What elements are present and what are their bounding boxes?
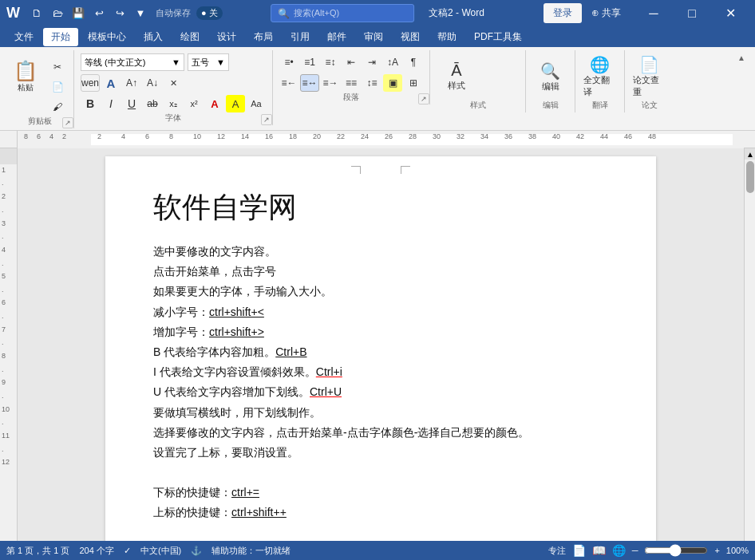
copy-button[interactable]: 📄 bbox=[48, 78, 67, 96]
align-right-button[interactable]: ≡→ bbox=[321, 74, 340, 92]
shortcut-increase: ctrl+shift+> bbox=[209, 325, 264, 338]
open-icon[interactable]: 🗁 bbox=[49, 5, 66, 22]
menu-layout[interactable]: 布局 bbox=[246, 28, 281, 46]
edit-button[interactable]: 🔍 编辑 bbox=[532, 53, 568, 100]
format-paint-button[interactable]: 🖌 bbox=[48, 98, 67, 116]
align-center-button[interactable]: ≡↔ bbox=[300, 74, 319, 92]
font-row1: 等线 (中文正文) ▼ 五号 ▼ bbox=[81, 53, 266, 71]
shortcut-subscript: ctrl+= bbox=[231, 486, 259, 499]
multilevel-list-button[interactable]: ≡↕ bbox=[321, 53, 340, 71]
styles-button[interactable]: Ā 样式 bbox=[437, 53, 476, 100]
decrease-font-button[interactable]: A↓ bbox=[143, 74, 162, 92]
paste-button[interactable]: 📋 粘贴 bbox=[6, 53, 45, 100]
redo-icon[interactable]: ↪ bbox=[111, 5, 128, 22]
scroll-thumb[interactable] bbox=[746, 161, 754, 193]
view-web-icon[interactable]: 🌐 bbox=[612, 544, 626, 557]
italic-button[interactable]: I bbox=[101, 95, 121, 112]
scroll-up-button[interactable]: ▲ bbox=[745, 148, 755, 160]
decrease-indent-button[interactable]: ⇤ bbox=[342, 53, 361, 71]
highlight-color-button[interactable]: A bbox=[226, 95, 245, 112]
document-scroll-area[interactable]: 软件自学网 选中要修改的文字内容。 点击开始菜单，点击字号 如果要更大的字体，手… bbox=[18, 148, 744, 553]
document-body[interactable]: 选中要修改的文字内容。 点击开始菜单，点击字号 如果要更大的字体，手动输入大小。… bbox=[153, 242, 608, 553]
ruler-mark-36: 36 bbox=[504, 132, 512, 140]
paper-button[interactable]: 📄 论文查重 bbox=[631, 53, 667, 100]
line-12: 下标的快捷键：ctrl+= bbox=[153, 483, 608, 503]
font-color-button[interactable]: A bbox=[205, 95, 224, 112]
menu-references[interactable]: 引用 bbox=[283, 28, 318, 46]
focus-button[interactable]: 专注 bbox=[548, 545, 566, 557]
undo-icon[interactable]: ↩ bbox=[90, 5, 108, 22]
increase-font-button[interactable]: A↑ bbox=[122, 74, 141, 92]
scroll-track[interactable] bbox=[745, 160, 755, 542]
underline-button[interactable]: U bbox=[122, 95, 141, 112]
zoom-level: 100% bbox=[726, 546, 749, 555]
clipboard-expand-icon[interactable]: ↗ bbox=[62, 117, 73, 128]
zoom-slider[interactable] bbox=[644, 544, 708, 557]
vruler-23: 12 bbox=[2, 458, 10, 466]
pilcrow-button[interactable]: ¶ bbox=[404, 53, 423, 71]
font-bigA-button[interactable]: A bbox=[101, 74, 121, 92]
bold-button[interactable]: B bbox=[81, 95, 100, 112]
clear-format-button[interactable]: ✕ bbox=[164, 74, 183, 92]
numbered-list-button[interactable]: ≡1 bbox=[300, 53, 319, 71]
font-size-selector[interactable]: 五号 ▼ bbox=[188, 53, 229, 71]
minimize-button[interactable]: ─ bbox=[635, 0, 672, 26]
menu-insert[interactable]: 插入 bbox=[136, 28, 171, 46]
ribbon-collapse-button[interactable]: ▲ bbox=[734, 53, 749, 62]
subscript-button[interactable]: x₂ bbox=[164, 95, 183, 112]
zoom-out-button[interactable]: ─ bbox=[632, 546, 638, 555]
ribbon-collapse-area: ▲ bbox=[734, 50, 749, 62]
menu-review[interactable]: 审阅 bbox=[356, 28, 391, 46]
view-print-icon[interactable]: 📄 bbox=[572, 544, 586, 557]
justify-button[interactable]: ≡≡ bbox=[342, 74, 361, 92]
paragraph-expand-icon[interactable]: ↗ bbox=[418, 93, 429, 105]
align-left-button[interactable]: ≡← bbox=[279, 74, 298, 92]
menu-pdf[interactable]: PDF工具集 bbox=[466, 28, 530, 46]
view-read-icon[interactable]: 📖 bbox=[592, 544, 606, 557]
font-size-value: 五号 bbox=[192, 57, 209, 69]
menu-draw[interactable]: 绘图 bbox=[172, 28, 208, 46]
borders-button[interactable]: ⊞ bbox=[404, 74, 423, 92]
font-group-label: 字体 bbox=[74, 112, 272, 124]
translate-button[interactable]: 🌐 全文翻译 bbox=[582, 53, 618, 100]
line-spacing-button[interactable]: ↕≡ bbox=[362, 74, 381, 92]
autosave-toggle[interactable]: ● 关 bbox=[196, 6, 223, 20]
menu-view[interactable]: 视图 bbox=[393, 28, 428, 46]
new-doc-icon[interactable]: 🗋 bbox=[28, 5, 45, 22]
ruler-mark-14: 14 bbox=[241, 132, 249, 140]
document-page[interactable]: 软件自学网 选中要修改的文字内容。 点击开始菜单，点击字号 如果要更大的字体，手… bbox=[105, 156, 656, 545]
ruler-mark-10: 10 bbox=[193, 132, 201, 140]
line-7: I 代表给文字内容设置倾斜效果。Ctrl+i bbox=[153, 362, 608, 382]
menu-design[interactable]: 设计 bbox=[209, 28, 244, 46]
increase-indent-button[interactable]: ⇥ bbox=[362, 53, 381, 71]
more-icon[interactable]: ▼ bbox=[132, 5, 149, 22]
share-label[interactable]: ⊕ 共享 bbox=[591, 6, 621, 20]
login-button[interactable]: 登录 bbox=[544, 3, 582, 23]
menu-help[interactable]: 帮助 bbox=[429, 28, 464, 46]
strikethrough-button[interactable]: ab bbox=[143, 95, 162, 112]
menu-mailings[interactable]: 邮件 bbox=[319, 28, 354, 46]
shortcut-bold: Ctrl+B bbox=[275, 345, 306, 358]
menu-template[interactable]: 模板中心 bbox=[80, 28, 134, 46]
vertical-scrollbar[interactable]: ▲ ▼ bbox=[744, 148, 755, 553]
superscript-button[interactable]: x² bbox=[184, 95, 204, 112]
cut-button[interactable]: ✂ bbox=[48, 58, 67, 76]
search-box[interactable]: 🔍 搜索(Alt+Q) bbox=[271, 4, 414, 22]
ribbon-group-edit: 🔍 编辑 编辑 bbox=[526, 50, 575, 112]
close-button[interactable]: ✕ bbox=[712, 0, 749, 26]
font-family-selector[interactable]: 等线 (中文正文) ▼ bbox=[81, 53, 184, 71]
document-title: 软件自学网 bbox=[153, 188, 608, 227]
sort-button[interactable]: ↕A bbox=[383, 53, 402, 71]
menu-file[interactable]: 文件 bbox=[6, 28, 42, 46]
paste-icon: 📋 bbox=[14, 60, 38, 82]
vruler-1: 1 bbox=[2, 166, 6, 174]
font-expand-icon[interactable]: ↗ bbox=[261, 114, 272, 125]
shading-button[interactable]: ▣ bbox=[383, 74, 402, 92]
restore-button[interactable]: □ bbox=[674, 0, 710, 26]
font-case-button[interactable]: Aa bbox=[247, 95, 266, 112]
menu-home[interactable]: 开始 bbox=[43, 28, 78, 46]
bullet-list-button[interactable]: ≡• bbox=[279, 53, 298, 71]
wen-icon[interactable]: wen bbox=[81, 74, 100, 92]
zoom-in-button[interactable]: + bbox=[714, 546, 719, 555]
save-icon[interactable]: 💾 bbox=[69, 5, 87, 22]
